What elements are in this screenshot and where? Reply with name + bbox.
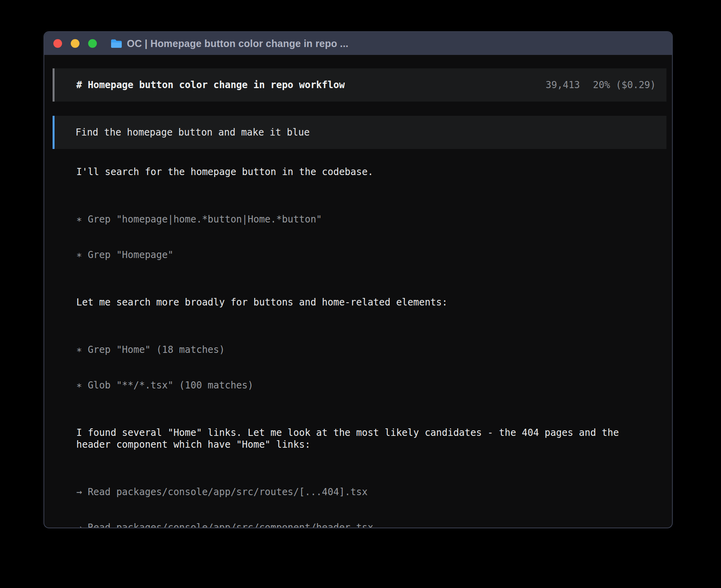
window-title: OC | Homepage button color change in rep… [127, 38, 348, 49]
tool-call-glob: ∗ Glob "**/*.tsx" (100 matches) [76, 379, 666, 391]
close-button[interactable] [53, 39, 62, 48]
tool-call-grep: ∗ Grep "Home" (18 matches) [76, 344, 666, 356]
tool-call-group: ∗ Grep "Home" (18 matches) ∗ Glob "**/*.… [76, 320, 666, 415]
context-usage: 20% ($0.29) [593, 79, 656, 90]
user-message-text: Find the homepage button and make it blu… [75, 127, 310, 138]
tool-call-grep: ∗ Grep "homepage|home.*button|Home.*butt… [76, 213, 666, 225]
zoom-button[interactable] [88, 39, 97, 48]
session-stats: 39,413 20% ($0.29) [545, 79, 656, 90]
tool-call-read: → Read packages/console/app/src/componen… [76, 522, 666, 528]
tool-call-group: → Read packages/console/app/src/routes/[… [76, 462, 666, 528]
user-message: Find the homepage button and make it blu… [53, 116, 666, 149]
tool-call-read: → Read packages/console/app/src/routes/[… [76, 486, 666, 498]
window-titlebar: OC | Homepage button color change in rep… [44, 32, 672, 55]
assistant-text: Let me search more broadly for buttons a… [76, 296, 666, 308]
session-header: # Homepage button color change in repo w… [53, 68, 666, 102]
minimize-button[interactable] [71, 39, 79, 48]
session-title: # Homepage button color change in repo w… [76, 79, 345, 90]
folder-icon [110, 39, 123, 49]
terminal-window: OC | Homepage button color change in rep… [43, 31, 673, 528]
tool-call-group: ∗ Grep "homepage|home.*button|Home.*butt… [76, 190, 666, 285]
assistant-text: I'll search for the homepage button in t… [76, 166, 666, 178]
assistant-text: I found several "Home" links. Let me loo… [76, 427, 666, 450]
terminal-content: # Homepage button color change in repo w… [44, 55, 672, 528]
assistant-transcript: I'll search for the homepage button in t… [76, 166, 666, 528]
token-count: 39,413 [545, 79, 580, 90]
tool-call-grep: ∗ Grep "Homepage" [76, 249, 666, 261]
